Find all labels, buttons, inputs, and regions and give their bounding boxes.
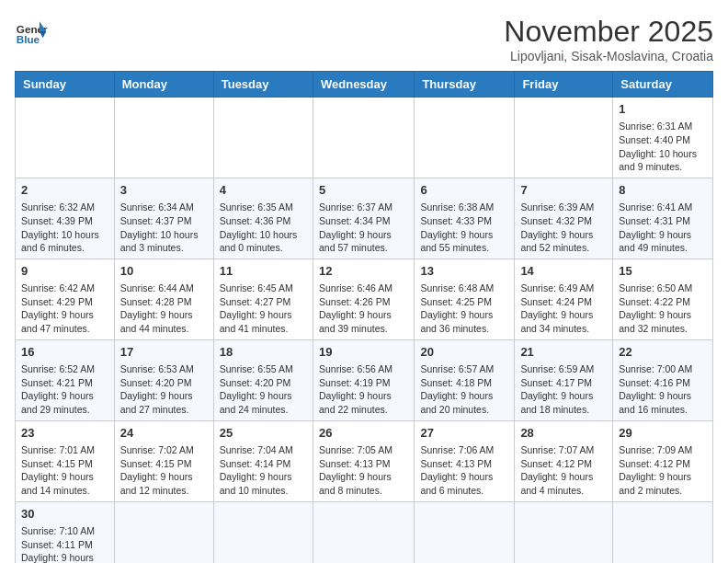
day-info: Daylight: 10 hours and 3 minutes.	[120, 228, 208, 255]
day-info: Sunrise: 6:35 AM	[220, 201, 307, 214]
col-header-friday: Friday	[515, 72, 613, 98]
logo-icon: General Blue	[15, 15, 48, 48]
day-info: Sunset: 4:14 PM	[220, 457, 307, 471]
day-info: Sunrise: 6:38 AM	[420, 201, 508, 214]
calendar-cell: 13Sunrise: 6:48 AMSunset: 4:25 PMDayligh…	[415, 259, 515, 339]
day-info: Sunrise: 6:34 AM	[120, 201, 208, 214]
day-info: Daylight: 9 hours and 27 minutes.	[120, 389, 208, 416]
calendar-cell: 15Sunrise: 6:50 AMSunset: 4:22 PMDayligh…	[613, 259, 713, 339]
calendar-cell: 2Sunrise: 6:32 AMSunset: 4:39 PMDaylight…	[16, 178, 115, 259]
calendar-table: SundayMondayTuesdayWednesdayThursdayFrid…	[15, 71, 713, 563]
svg-text:Blue: Blue	[17, 33, 40, 45]
day-info: Sunrise: 6:57 AM	[420, 362, 508, 376]
day-info: Sunrise: 6:46 AM	[319, 282, 408, 295]
day-number: 30	[21, 506, 108, 523]
day-number: 29	[619, 425, 707, 442]
day-number: 5	[319, 182, 408, 199]
calendar-cell: 6Sunrise: 6:38 AMSunset: 4:33 PMDaylight…	[415, 178, 515, 259]
day-info: Sunrise: 7:09 AM	[619, 443, 707, 457]
day-info: Sunset: 4:26 PM	[319, 295, 408, 309]
day-info: Sunrise: 6:53 AM	[120, 362, 208, 376]
day-info: Sunset: 4:27 PM	[220, 295, 307, 309]
day-number: 10	[120, 263, 208, 280]
day-info: Sunset: 4:40 PM	[619, 133, 707, 147]
day-info: Sunrise: 6:48 AM	[420, 282, 508, 295]
calendar-cell	[313, 501, 414, 563]
page-header: General Blue November 2025 Lipovljani, S…	[15, 15, 713, 63]
day-info: Sunset: 4:29 PM	[21, 295, 108, 309]
day-info: Sunset: 4:25 PM	[420, 295, 508, 309]
day-info: Sunset: 4:20 PM	[120, 376, 208, 390]
day-number: 16	[21, 344, 108, 361]
day-number: 22	[619, 344, 707, 361]
col-header-tuesday: Tuesday	[213, 72, 313, 98]
calendar-cell	[415, 501, 515, 563]
col-header-monday: Monday	[114, 72, 213, 98]
day-info: Daylight: 9 hours and 4 minutes.	[520, 470, 607, 497]
day-number: 28	[520, 425, 607, 442]
day-number: 1	[619, 101, 707, 118]
day-info: Sunset: 4:34 PM	[319, 214, 408, 228]
calendar-cell: 14Sunrise: 6:49 AMSunset: 4:24 PMDayligh…	[515, 259, 613, 339]
day-number: 18	[220, 344, 307, 361]
calendar-week-3: 9Sunrise: 6:42 AMSunset: 4:29 PMDaylight…	[16, 259, 713, 339]
day-info: Daylight: 9 hours and 32 minutes.	[619, 308, 707, 335]
calendar-week-2: 2Sunrise: 6:32 AMSunset: 4:39 PMDaylight…	[16, 178, 713, 259]
logo: General Blue	[15, 15, 48, 48]
calendar-cell: 8Sunrise: 6:41 AMSunset: 4:31 PMDaylight…	[613, 178, 713, 259]
day-info: Sunrise: 7:05 AM	[319, 443, 408, 457]
day-info: Sunrise: 6:50 AM	[619, 282, 707, 295]
col-header-thursday: Thursday	[415, 72, 515, 98]
day-info: Sunrise: 6:52 AM	[21, 362, 108, 376]
day-info: Daylight: 9 hours and 55 minutes.	[420, 228, 508, 255]
day-number: 23	[21, 425, 108, 442]
calendar-cell	[313, 98, 414, 178]
calendar-cell: 27Sunrise: 7:06 AMSunset: 4:13 PMDayligh…	[415, 420, 515, 501]
day-number: 13	[420, 263, 508, 280]
day-info: Daylight: 9 hours and 6 minutes.	[420, 470, 508, 497]
day-info: Sunrise: 7:04 AM	[220, 443, 307, 457]
title-block: November 2025 Lipovljani, Sisak-Moslavin…	[504, 15, 713, 63]
calendar-cell: 4Sunrise: 6:35 AMSunset: 4:36 PMDaylight…	[213, 178, 313, 259]
calendar-cell	[213, 98, 313, 178]
day-info: Sunrise: 6:44 AM	[120, 282, 208, 295]
calendar-week-6: 30Sunrise: 7:10 AMSunset: 4:11 PMDayligh…	[16, 501, 713, 563]
day-info: Daylight: 9 hours and 14 minutes.	[21, 470, 108, 497]
day-number: 26	[319, 425, 408, 442]
calendar-cell: 30Sunrise: 7:10 AMSunset: 4:11 PMDayligh…	[16, 501, 115, 563]
day-info: Daylight: 9 hours and 29 minutes.	[21, 389, 108, 416]
day-info: Sunset: 4:22 PM	[619, 295, 707, 309]
calendar-cell	[114, 98, 213, 178]
day-number: 20	[420, 344, 508, 361]
calendar-cell: 11Sunrise: 6:45 AMSunset: 4:27 PMDayligh…	[213, 259, 313, 339]
location: Lipovljani, Sisak-Moslavina, Croatia	[504, 49, 713, 63]
day-info: Daylight: 9 hours and 41 minutes.	[220, 308, 307, 335]
day-info: Daylight: 9 hours and 44 minutes.	[120, 308, 208, 335]
day-info: Daylight: 9 hours and 57 minutes.	[319, 228, 408, 255]
calendar-cell: 1Sunrise: 6:31 AMSunset: 4:40 PMDaylight…	[613, 98, 713, 178]
col-header-wednesday: Wednesday	[313, 72, 414, 98]
day-info: Daylight: 9 hours and 2 minutes.	[619, 470, 707, 497]
day-info: Sunset: 4:16 PM	[619, 376, 707, 390]
day-info: Sunrise: 7:02 AM	[120, 443, 208, 457]
day-info: Sunrise: 6:37 AM	[319, 201, 408, 214]
day-number: 17	[120, 344, 208, 361]
day-number: 19	[319, 344, 408, 361]
day-number: 3	[120, 182, 208, 199]
day-info: Sunset: 4:13 PM	[420, 457, 508, 471]
calendar-week-5: 23Sunrise: 7:01 AMSunset: 4:15 PMDayligh…	[16, 420, 713, 501]
day-number: 9	[21, 263, 108, 280]
day-number: 2	[21, 182, 108, 199]
day-info: Sunrise: 6:42 AM	[21, 282, 108, 295]
calendar-header-row: SundayMondayTuesdayWednesdayThursdayFrid…	[16, 72, 713, 98]
day-info: Daylight: 9 hours and 20 minutes.	[420, 389, 508, 416]
calendar-cell	[613, 501, 713, 563]
col-header-sunday: Sunday	[16, 72, 115, 98]
day-info: Sunset: 4:15 PM	[120, 457, 208, 471]
day-info: Daylight: 9 hours and 8 minutes.	[319, 470, 408, 497]
calendar-cell: 10Sunrise: 6:44 AMSunset: 4:28 PMDayligh…	[114, 259, 213, 339]
day-number: 21	[520, 344, 607, 361]
day-info: Sunrise: 6:39 AM	[520, 201, 607, 214]
calendar-cell	[114, 501, 213, 563]
day-number: 4	[220, 182, 307, 199]
